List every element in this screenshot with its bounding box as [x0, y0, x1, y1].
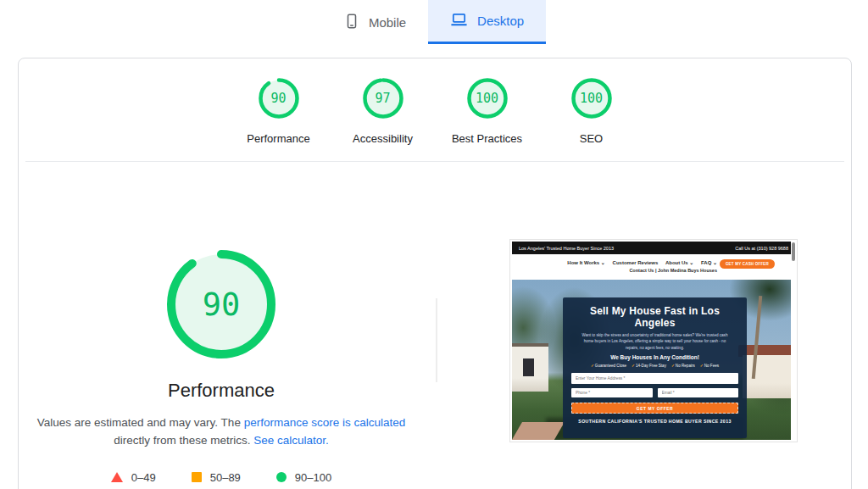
site-navbar: How It Works ⌄ Customer Reviews About Us… [512, 254, 795, 280]
site-hero-form-panel: Sell My House Fast in Los Angeles Want t… [563, 297, 747, 438]
gauge-performance[interactable]: 90 Performance [226, 77, 331, 145]
site-screenshot-thumbnail[interactable]: Los Angeles' Trusted Home Buyer Since 20… [509, 239, 798, 442]
site-cta-button: GET MY OFFER [571, 403, 738, 414]
mobile-phone-icon [344, 14, 359, 31]
site-scrollbar-thumb [792, 242, 795, 261]
site-scrollbar [791, 242, 795, 440]
site-hero-footer: SOUTHERN CALIFORNIA'S TRUSTED HOME BUYER… [571, 419, 738, 424]
performance-gauge-ring: 90 [258, 77, 300, 119]
best-practices-gauge-ring: 100 [466, 77, 509, 119]
legend-item-fail: 0–49 [111, 471, 156, 484]
score-legend: 0–49 50–89 90–100 [19, 471, 424, 484]
tab-desktop[interactable]: Desktop [428, 0, 546, 44]
check-item-2: 14-Day Free Stay [636, 364, 666, 368]
seo-label: SEO [580, 132, 603, 145]
seo-score: 100 [570, 77, 613, 119]
site-hero-subtitle: We Buy Houses In Any Condition! [571, 354, 738, 360]
site-nav-about-us: About Us ⌄ [665, 260, 693, 265]
site-hero-checklist: ✓Guaranteed Close ✓14-Day Free Stay ✓No … [571, 364, 738, 368]
house-left-graphic [512, 347, 548, 392]
site-hero-photo: Sell My House Fast in Los Angeles Want t… [512, 280, 795, 440]
site-nav-links: How It Works ⌄ Customer Reviews About Us… [561, 259, 717, 273]
score-note: Values are estimated and may vary. The p… [35, 414, 408, 450]
performance-score-link[interactable]: performance score is calculated [244, 416, 406, 429]
see-calculator-link[interactable]: See calculator. [253, 434, 329, 447]
site-address-input [571, 373, 738, 384]
site-topbar: Los Angeles' Trusted Home Buyer Since 20… [512, 242, 795, 254]
note-text-2: directly from these metrics. [114, 434, 253, 447]
performance-score: 90 [258, 77, 300, 119]
check-item-4: No Fees [704, 364, 719, 368]
legend-item-good: 90–100 [276, 471, 331, 484]
orange-square-icon [192, 472, 202, 482]
house-right-graphic [743, 355, 791, 398]
performance-big-score: 90 [166, 249, 276, 359]
check-icon: ✓ [700, 364, 704, 368]
best-practices-score: 100 [466, 77, 509, 119]
check-item-1: Guaranteed Close [595, 364, 626, 368]
report-card: 90 Performance 97 Accessibility 100 [18, 58, 852, 489]
site-nav-how-it-works: How It Works ⌄ [567, 260, 605, 265]
site-nav-faq: FAQ ⌄ [701, 260, 717, 265]
legend-item-average: 50–89 [192, 471, 241, 484]
legend-range-good: 90–100 [295, 471, 331, 484]
legend-range-average: 50–89 [210, 471, 241, 484]
performance-big-gauge: 90 [166, 249, 276, 359]
gauge-best-practices[interactable]: 100 Best Practices [435, 77, 539, 145]
site-hero-title: Sell My House Fast in Los Angeles [571, 305, 738, 329]
performance-big-label: Performance [19, 380, 424, 402]
best-practices-label: Best Practices [452, 132, 522, 145]
accessibility-gauge-ring: 97 [362, 77, 404, 119]
gauge-seo[interactable]: 100 SEO [539, 77, 643, 145]
performance-summary: 90 Performance Values are estimated and … [19, 161, 424, 484]
screenshot-content: Los Angeles' Trusted Home Buyer Since 20… [512, 242, 795, 440]
gauge-accessibility[interactable]: 97 Accessibility [331, 77, 435, 145]
seo-gauge-ring: 100 [570, 77, 613, 119]
green-circle-icon [276, 472, 287, 482]
site-topbar-tagline: Los Angeles' Trusted Home Buyer Since 20… [519, 246, 614, 251]
site-phone-input [571, 388, 653, 397]
tab-mobile[interactable]: Mobile [322, 0, 428, 44]
legend-range-fail: 0–49 [131, 471, 156, 484]
tab-mobile-label: Mobile [369, 15, 406, 30]
site-email-input [658, 388, 739, 397]
check-item-3: No Repairs [676, 364, 695, 368]
site-nav-contact: Contact Us | John Medina Buys Houses [561, 268, 717, 273]
desktop-laptop-icon [450, 12, 468, 30]
device-tabbar: Mobile Desktop [0, 0, 868, 45]
accessibility-label: Accessibility [353, 132, 413, 145]
site-nav-customer-reviews: Customer Reviews [613, 260, 659, 265]
red-triangle-icon [111, 472, 123, 482]
site-nav-offer-button: GET MY CASH OFFER [720, 259, 775, 269]
site-topbar-phone: Call Us at (310) 928 9688 [735, 246, 788, 251]
check-icon: ✓ [591, 364, 594, 368]
accessibility-score: 97 [362, 77, 404, 119]
check-icon: ✓ [671, 364, 675, 368]
performance-label: Performance [247, 132, 309, 145]
category-gauges: 90 Performance 97 Accessibility 100 [19, 77, 851, 145]
column-divider [436, 298, 437, 382]
site-hero-text: Want to skip the stress and uncertainty … [578, 332, 732, 351]
tab-desktop-label: Desktop [477, 14, 524, 28]
note-text-1: Values are estimated and may vary. The [37, 416, 244, 429]
check-icon: ✓ [632, 364, 635, 368]
